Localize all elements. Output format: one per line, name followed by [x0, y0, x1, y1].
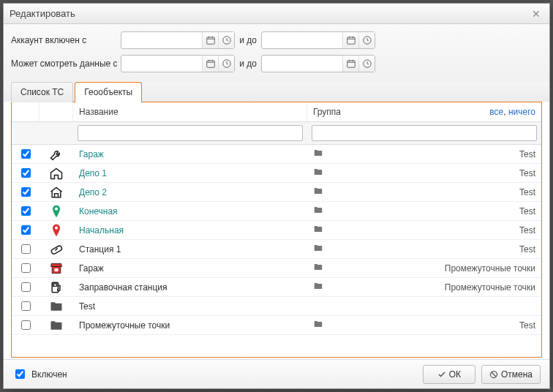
row-group: Test [307, 148, 541, 160]
folder-icon [313, 319, 323, 331]
select-all-link[interactable]: все [489, 107, 503, 117]
pin-r-icon [40, 223, 73, 238]
folder-icon [313, 224, 323, 236]
row-group: Test [307, 186, 541, 198]
enabled-checkbox[interactable] [15, 369, 25, 379]
row-name: Гараж [73, 149, 307, 159]
folder-icon [40, 318, 73, 333]
svg-rect-6 [347, 61, 355, 67]
row-group: Промежуточные точки [307, 281, 541, 293]
row-checkbox[interactable] [21, 244, 31, 254]
row-name: Заправочная станция [73, 282, 307, 293]
folder-icon [313, 167, 323, 179]
titlebar: Редактировать ✕ [4, 4, 549, 24]
data-to-input[interactable] [262, 56, 342, 72]
folder-icon [40, 299, 73, 314]
calendar-icon[interactable] [202, 32, 218, 48]
data-from-group [121, 55, 235, 72]
calendar-icon[interactable] [342, 56, 358, 72]
row-checkbox[interactable] [21, 168, 31, 178]
edit-dialog: Редактировать ✕ Аккаунт включен с и до [3, 3, 550, 389]
filter-row [12, 122, 541, 145]
close-icon[interactable]: ✕ [529, 7, 543, 21]
svg-line-11 [55, 248, 57, 250]
grid-body[interactable]: ГаражTestДепо 1TestДепо 2TestКонечнаяTes… [12, 145, 541, 357]
enabled-label[interactable]: Включен [31, 369, 67, 380]
row-name: Конечная [73, 206, 307, 216]
data-from-input[interactable] [121, 56, 202, 72]
row-checkbox[interactable] [21, 301, 31, 311]
data-from-label: Может смотреть данные с [11, 59, 121, 69]
table-row[interactable]: Промежуточные точкиTest [12, 316, 541, 335]
filter-name-input[interactable] [78, 125, 303, 141]
row-checkbox[interactable] [21, 206, 31, 216]
svg-rect-4 [206, 61, 214, 67]
row-checkbox[interactable] [21, 187, 31, 197]
filter-group-input[interactable] [312, 125, 537, 141]
table-row[interactable]: Заправочная станцияПромежуточные точки [12, 278, 541, 297]
store-icon [40, 261, 73, 276]
table-row[interactable]: Депо 1Test [12, 164, 541, 183]
folder-icon [313, 186, 323, 198]
cancel-button[interactable]: Отмена [481, 365, 541, 384]
row-group: Test [307, 167, 541, 179]
grid-header: Название Группа все, ничего [12, 102, 541, 122]
select-none-link[interactable]: ничего [508, 107, 535, 117]
folder-icon [313, 281, 323, 293]
row-name: Станция 1 [73, 244, 307, 255]
row-checkbox[interactable] [21, 225, 31, 235]
folder-icon [313, 243, 323, 255]
svg-rect-2 [347, 37, 355, 44]
column-name[interactable]: Название [73, 102, 307, 121]
data-to-label: и до [235, 59, 261, 69]
svg-rect-12 [55, 268, 59, 271]
data-to-group [261, 55, 375, 72]
account-to-input[interactable] [262, 32, 342, 48]
clock-icon[interactable] [358, 56, 375, 72]
clock-icon[interactable] [218, 56, 234, 72]
footer: Включен ОК Отмена [4, 359, 549, 388]
row-checkbox[interactable] [21, 320, 31, 330]
home2-icon [40, 185, 73, 200]
table-row[interactable]: КонечнаяTest [12, 202, 541, 221]
fuel-icon [40, 280, 73, 295]
pin-g-icon [40, 204, 73, 219]
clock-icon[interactable] [218, 32, 234, 48]
pill-icon [40, 242, 73, 257]
clock-icon[interactable] [358, 32, 375, 48]
table-row[interactable]: Test [12, 297, 541, 316]
row-name: Начальная [73, 225, 307, 235]
account-from-input[interactable] [121, 32, 202, 48]
row-checkbox[interactable] [21, 282, 31, 292]
svg-rect-10 [50, 245, 62, 255]
account-to-group [261, 31, 375, 49]
folder-icon [313, 262, 323, 274]
svg-point-8 [55, 207, 58, 210]
tab-geoobjects[interactable]: Геообъекты [75, 82, 142, 102]
row-group: Test [307, 319, 541, 331]
calendar-icon[interactable] [202, 56, 218, 72]
row-checkbox[interactable] [21, 263, 31, 273]
ok-button[interactable]: ОК [423, 365, 475, 384]
row-name: Депо 1 [73, 168, 307, 178]
folder-icon [313, 205, 323, 217]
column-group[interactable]: Группа все, ничего [307, 102, 541, 121]
svg-rect-14 [53, 284, 57, 286]
svg-point-9 [55, 226, 58, 229]
table-row[interactable]: НачальнаяTest [12, 221, 541, 240]
tab-list-ts[interactable]: Список ТС [11, 82, 73, 102]
account-to-label: и до [235, 35, 261, 45]
table-row[interactable]: Станция 1Test [12, 240, 541, 259]
calendar-icon[interactable] [342, 32, 358, 48]
row-name: Промежуточные точки [73, 320, 307, 331]
table-row[interactable]: ГаражПромежуточные точки [12, 259, 541, 278]
dialog-title: Редактировать [10, 8, 75, 19]
row-checkbox[interactable] [21, 149, 31, 159]
table-row[interactable]: Депо 2Test [12, 183, 541, 202]
row-name: Гараж [73, 263, 307, 274]
tab-panel-geoobjects: Название Группа все, ничего ГаражTestДеп… [11, 102, 542, 358]
account-from-group [121, 31, 235, 49]
row-group: Test [307, 224, 541, 236]
table-row[interactable]: ГаражTest [12, 145, 541, 164]
folder-icon [313, 148, 323, 160]
